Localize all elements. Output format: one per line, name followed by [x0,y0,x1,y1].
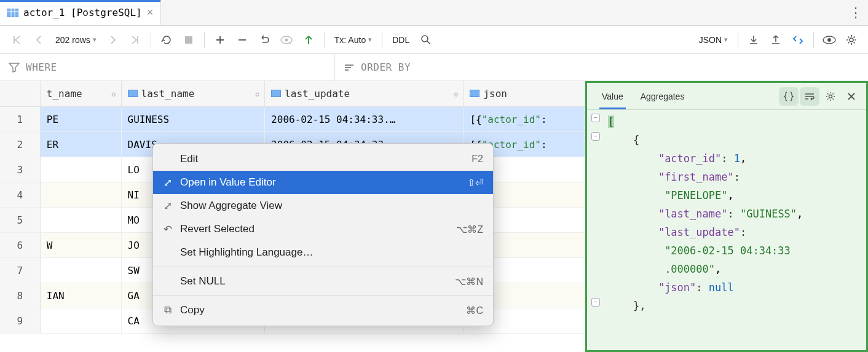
cell-tname[interactable] [41,157,122,182]
tab-spacer [161,0,843,25]
rownum-cell[interactable]: 6 [0,233,41,257]
table-icon [271,90,281,98]
table-icon [128,90,138,98]
context-menu: EditF2 ⤢Open in Value Editor⇧⏎ ⤢Show Agg… [152,143,494,326]
last-page-icon[interactable] [125,29,146,50]
search-icon[interactable] [416,29,436,50]
sort-indicator-icon: ◇ [111,90,116,98]
orderby-label: ORDER BY [361,61,411,73]
column-header-lupdate[interactable]: last_update◇ [265,81,464,106]
row-count-label: 202 rows [55,35,90,45]
chevron-down-icon: ▾ [368,36,372,44]
remove-row-icon[interactable] [232,29,253,50]
export-icon[interactable] [743,29,764,50]
ddl-button[interactable]: DDL [387,29,414,50]
data-toolbar: 202 rows▾ Tx: Auto▾ DDL JSON▾ [0,26,868,54]
fold-icon[interactable]: − [591,298,600,307]
stop-icon[interactable] [178,29,199,50]
value-panel: Value Aggregates − − − [ { "actor_id": 1… [587,81,868,352]
cell-tname[interactable]: W [41,233,122,257]
preview-pending-icon[interactable] [276,29,297,50]
rownum-cell[interactable]: 7 [0,258,41,283]
compare-icon[interactable] [787,29,808,50]
rownum-cell[interactable]: 3 [0,157,41,182]
cell-lupdate[interactable]: 2006-02-15 04:34:33.… [265,107,464,131]
table-icon [470,90,479,98]
submit-icon[interactable] [298,29,319,50]
sort-icon [344,63,355,72]
ctx-copy[interactable]: ⧉Copy⌘C [153,299,493,322]
copy-icon: ⧉ [162,304,174,316]
filter-row: WHERE ORDER BY [0,54,868,81]
close-icon[interactable] [842,87,861,106]
rownum-cell[interactable]: 5 [0,208,41,232]
view-icon[interactable] [819,29,840,50]
tab-value[interactable]: Value [593,83,632,109]
ctx-set-null[interactable]: Set NULL⌥⌘N [153,270,493,293]
next-page-icon[interactable] [103,29,124,50]
column-header-json[interactable]: json [464,81,585,106]
rownum-cell[interactable]: 1 [0,107,41,131]
ctx-edit[interactable]: EditF2 [153,147,493,171]
kebab-menu-icon[interactable]: ⋮ [843,0,868,25]
reload-icon[interactable] [156,29,177,50]
funnel-icon [9,63,20,72]
cell-tname[interactable]: IAN [41,283,122,308]
editor-tab-actor[interactable]: actor_1 [PostgreSQL] × [0,0,161,25]
tab-aggregates[interactable]: Aggregates [632,83,693,109]
settings-icon[interactable] [841,29,862,50]
table-row[interactable]: 1PEGUINESS2006-02-15 04:34:33.…[{"actor_… [0,107,585,132]
ctx-open-value-editor[interactable]: ⤢Open in Value Editor⇧⏎ [153,171,493,194]
settings-icon[interactable] [821,87,840,106]
tx-mode-dropdown[interactable]: Tx: Auto▾ [329,29,377,50]
tx-label: Tx: Auto [334,35,366,45]
output-format-dropdown[interactable]: JSON▾ [694,29,733,50]
cell-tname[interactable]: ER [41,132,122,157]
where-filter[interactable]: WHERE [0,54,335,80]
svg-point-7 [422,36,428,42]
svg-rect-4 [185,36,192,44]
expand-icon: ⤢ [162,200,174,213]
braces-icon[interactable] [779,87,799,106]
prev-page-icon[interactable] [28,29,49,50]
sort-indicator-icon: ◇ [255,90,259,98]
rownum-cell[interactable]: 9 [0,308,41,333]
value-panel-tools [779,83,866,109]
cell-lname[interactable]: GUINESS [122,107,266,131]
rownum-cell[interactable]: 2 [0,132,41,157]
wrap-icon[interactable] [800,87,819,106]
cell-tname[interactable] [41,208,122,232]
code-gutter: − − − [587,110,606,350]
cell-tname[interactable] [41,308,122,333]
fold-icon[interactable]: − [591,114,600,122]
tab-title: actor_1 [PostgreSQL] [23,7,142,18]
add-row-icon[interactable] [210,29,231,50]
svg-rect-12 [271,90,281,97]
revert-icon[interactable] [254,29,275,50]
json-viewer[interactable]: [ { "actor_id": 1, "first_name": "PENELO… [606,110,803,350]
first-page-icon[interactable] [6,29,27,50]
cell-tname[interactable] [41,258,122,283]
value-panel-body: − − − [ { "actor_id": 1, "first_name": "… [587,110,866,350]
cell-json[interactable]: [{"actor_id": [464,107,585,131]
close-icon[interactable]: × [147,6,154,19]
cell-tname[interactable] [41,182,122,207]
import-icon[interactable] [765,29,786,50]
fold-icon[interactable]: − [591,132,600,141]
orderby-filter[interactable]: ORDER BY [335,54,868,80]
column-header-lname[interactable]: last_name◇ [122,81,266,106]
svg-rect-13 [470,90,479,97]
rownum-cell[interactable]: 8 [0,283,41,308]
ctx-highlight[interactable]: Set Highlighting Language… [153,241,493,264]
editor-tab-bar: actor_1 [PostgreSQL] × ⋮ [0,0,868,26]
rownum-cell[interactable]: 4 [0,182,41,207]
grid-header-row: t_name◇ last_name◇ last_update◇ json [0,81,585,107]
ctx-revert[interactable]: ↶Revert Selected⌥⌘Z [153,217,493,241]
cell-tname[interactable]: PE [41,107,122,131]
svg-point-10 [850,38,853,42]
ctx-aggregate[interactable]: ⤢Show Aggregate View [153,194,493,217]
row-count-dropdown[interactable]: 202 rows▾ [50,29,101,50]
chevron-down-icon: ▾ [93,36,97,44]
value-panel-tabs: Value Aggregates [587,83,866,110]
column-header-tname[interactable]: t_name◇ [41,81,122,106]
